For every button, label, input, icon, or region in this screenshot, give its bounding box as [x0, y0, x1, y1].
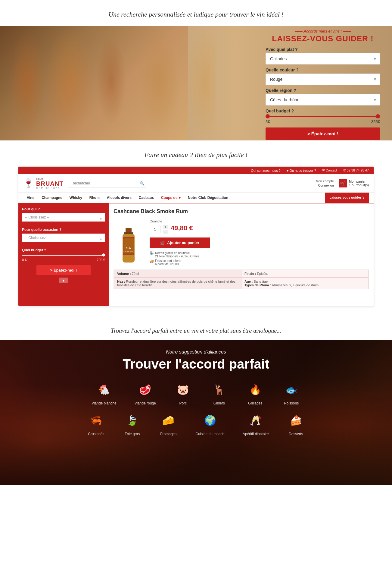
gibiers-label: Gibiers [210, 401, 228, 405]
couleur-select-wrapper: Rouge [266, 74, 380, 85]
panel-budget-min: 0 € [22, 258, 26, 262]
quantity-input[interactable] [150, 226, 160, 233]
food-item-viande-rouge[interactable]: 🥩 Viande rouge [135, 381, 156, 405]
occasion-select-wrapper: -- Choisissez -- [22, 234, 105, 245]
budget-max: 355€ [371, 119, 380, 124]
retrait-address: 21 Rue Nationale - 45140 Ormes [155, 255, 199, 258]
couleur-select[interactable]: Rouge [266, 74, 380, 85]
food-icons-row2: 🦐 Crustacés 🍃 Foie gras 🧀 Fromages 🌍 Cui… [18, 411, 374, 436]
topbar-phone[interactable]: ✆ 02 38 74 95 47 [343, 168, 369, 172]
nav-champagne[interactable]: Champagne [38, 193, 66, 203]
hero-form-header: Accords mets et vins : LAISSEZ-VOUS GUID… [266, 29, 380, 43]
viande-rouge-icon: 🥩 [136, 381, 154, 399]
budget-thumb-left[interactable] [266, 114, 270, 118]
budget-slider[interactable] [266, 116, 380, 117]
food-item-porc[interactable]: 🐷 Porc [174, 381, 192, 405]
food-item-grillades[interactable]: 🔥 Grillades [246, 381, 264, 405]
accord-background: Notre suggestion d'alliances Trouver l'a… [0, 340, 392, 485]
plat-label: Avec quel plat ? [266, 47, 380, 52]
age-value: Sans âge [254, 280, 268, 283]
accord-section: Notre suggestion d'alliances Trouver l'a… [0, 340, 392, 485]
region-group: Quelle région ? Côtes-du-rhône [266, 88, 380, 105]
add-to-cart-button[interactable]: 🛒 Ajouter au panier [150, 237, 210, 248]
hero-epatez-button[interactable]: > Épatez-moi ! [266, 127, 380, 140]
topbar-contact[interactable]: ✉ Contact [322, 168, 337, 172]
store-icon: 🏪 [150, 251, 154, 255]
region-label: Quelle région ? [266, 88, 380, 93]
nav-laissez[interactable]: Laissez-vous guider ∨ [325, 193, 369, 203]
aperitif-label: Apéritif dinatoire [243, 432, 269, 436]
pour-qui-select[interactable]: -- Choisissez -- [22, 213, 105, 222]
topbar-ou[interactable]: ♥ Où nous trouver ? [287, 169, 316, 172]
couleur-label: Quelle couleur ? [266, 68, 380, 72]
logo-text: cave Bruant DEPUIS 1877 [36, 177, 63, 190]
budget-track [266, 116, 380, 117]
food-icons-row1: 🐔 Viande blanche 🥩 Viande rouge 🐷 Porc 🦌… [18, 381, 374, 405]
food-item-foie-gras[interactable]: 🍃 Foie gras [123, 411, 141, 436]
food-item-cuisine-monde[interactable]: 🌍 Cuisine du monde [195, 411, 225, 436]
accord-subtitle: Notre suggestion d'alliances [18, 349, 374, 355]
truck-icon: 🚚 [150, 259, 154, 263]
region-select[interactable]: Côtes-du-rhône [266, 94, 380, 105]
plat-select-wrapper: Grillades [266, 53, 380, 64]
food-item-gibiers[interactable]: 🦌 Gibiers [210, 381, 228, 405]
poissons-icon: 🐟 [282, 381, 300, 399]
food-item-aperitif[interactable]: 🥂 Apéritif dinatoire [243, 411, 269, 436]
browser-topbar: Qui sommes-nous ? ♥ Où nous trouver ? ✉ … [18, 167, 374, 174]
nav-club[interactable]: Notre Club Dégustation [184, 193, 232, 203]
cuisine-monde-icon: 🌍 [201, 411, 219, 429]
product-details-grid: RUM CASHCANE Quantité + - [114, 219, 369, 267]
qty-decrease[interactable]: - [163, 230, 168, 234]
grillades-icon: 🔥 [246, 381, 264, 399]
panel-expand-button[interactable]: ▲ [59, 278, 68, 283]
qty-increase[interactable]: + [163, 225, 168, 229]
search-button[interactable]: 🔍 [140, 181, 145, 185]
volume-label: Volume : [117, 272, 131, 275]
food-item-poissons[interactable]: 🐟 Poissons [282, 381, 300, 405]
nav-alcools[interactable]: Alcools divers [103, 193, 135, 203]
crustaces-icon: 🦐 [87, 411, 105, 429]
logo-icon: 🍷 [23, 178, 34, 188]
search-input[interactable] [68, 179, 146, 187]
nez-label: Nez : [117, 280, 125, 283]
svg-text:RUM: RUM [126, 247, 132, 250]
food-item-crustaces[interactable]: 🦐 Crustacés [87, 411, 105, 436]
fromages-label: Fromages [159, 432, 177, 436]
nav-rhum[interactable]: Rhum [86, 193, 103, 203]
occasion-select[interactable]: -- Choisissez -- [22, 234, 105, 242]
panel-epatez-button[interactable]: > Épatez-moi ! [36, 265, 91, 275]
tagline-3: Trouvez l'accord parfait entre un vin et… [0, 318, 392, 340]
tagline-1: Une recherche personnalisée et ludique p… [0, 0, 392, 26]
budget-min: 5€ [266, 119, 270, 124]
plat-select[interactable]: Grillades [266, 53, 380, 64]
logo-depuis-text: DEPUIS 1877 [36, 187, 63, 190]
hero-people-group [0, 26, 216, 140]
hero-form: Accords mets et vins : LAISSEZ-VOUS GUID… [266, 29, 380, 140]
product-purchase: Quantité + - 49,80 € 🛒 Ajouter au panier [150, 219, 210, 267]
browser-search: 🔍 [68, 179, 146, 187]
cart-area[interactable]: 🛒 Mon panier 1 o Produit(s) [339, 179, 369, 187]
browser-content: Pour qui ? -- Choisissez -- Pour quelle … [18, 203, 374, 306]
nav-cadeaux[interactable]: Cadeaux [135, 193, 157, 203]
spec-volume: Volume : 70 cl [114, 270, 241, 278]
finale-value: Épicée. [257, 272, 268, 275]
porc-icon: 🐷 [174, 381, 192, 399]
cart-icon-small: 🛒 [160, 241, 165, 245]
panel-budget-values: 0 € 700 € [22, 258, 105, 262]
nav-coups[interactable]: Coups de ♥ [157, 193, 184, 203]
panel-budget-track[interactable] [22, 255, 105, 256]
budget-thumb-right[interactable] [376, 114, 380, 118]
pour-qui-select-wrapper: -- Choisissez -- [22, 213, 105, 225]
account-link[interactable]: Mon compte Connexion [316, 179, 334, 188]
topbar-qui[interactable]: Qui sommes-nous ? [251, 169, 280, 172]
aperitif-icon: 🥂 [247, 411, 265, 429]
hero-title: LAISSEZ-VOUS GUIDER ! [266, 34, 380, 43]
svg-rect-1 [124, 232, 133, 234]
nav-vins[interactable]: Vins [23, 193, 38, 203]
food-item-fromages[interactable]: 🧀 Fromages [159, 411, 177, 436]
budget-label: Quel budget ? [266, 108, 380, 113]
nav-whisky[interactable]: Whisky [66, 193, 86, 203]
food-item-viande-blanche[interactable]: 🐔 Viande blanche [92, 381, 117, 405]
food-item-desserts[interactable]: 🍰 Desserts [287, 411, 305, 436]
foie-gras-icon: 🍃 [123, 411, 141, 429]
